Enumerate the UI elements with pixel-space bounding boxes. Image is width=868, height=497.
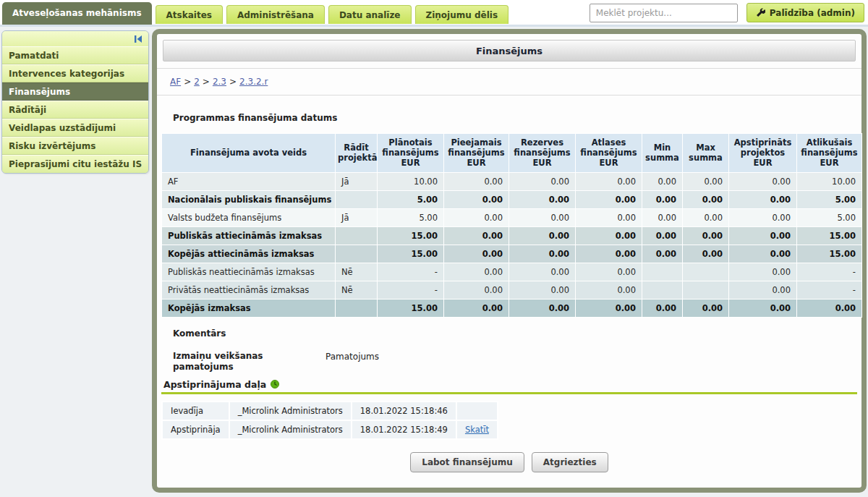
table-cell: Publiskās neattiecināmās izmaksas — [162, 263, 336, 281]
table-cell: 0.00 — [683, 208, 729, 226]
table-cell: - — [797, 281, 862, 299]
breadcrumb-link-2.3[interactable]: 2.3 — [213, 77, 226, 87]
table-cell: - — [378, 281, 444, 299]
table-cell — [642, 263, 683, 281]
table-cell: 0.00 — [642, 172, 683, 190]
main-tabs: Atveseļošanas mehānismsAtskaitesAdminist… — [2, 2, 509, 25]
table-row: Publiskās neattiecināmās izmaksasNē-0.00… — [162, 263, 862, 281]
table-cell: 0.00 — [509, 281, 576, 299]
table-cell: 15.00 — [797, 226, 862, 245]
help-button[interactable]: Palīdzība (admin) — [746, 3, 864, 22]
table-cell: 0.00 — [509, 226, 576, 245]
table-cell: 0.00 — [729, 299, 797, 317]
search-input[interactable] — [590, 4, 738, 22]
column-header: Min summa — [642, 133, 683, 172]
table-cell: Jā — [336, 208, 378, 226]
table-cell: 0.00 — [509, 190, 576, 208]
tab-ziņojumu-dēlis[interactable]: Ziņojumu dēlis — [415, 5, 509, 24]
table-cell: Kopējās izmaksas — [162, 299, 336, 317]
breadcrumb-link-2.3.2.r[interactable]: 2.3.2.r — [239, 77, 268, 87]
table-cell: 0.00 — [729, 226, 797, 245]
sidebar-item-intervences-kategorijas[interactable]: Intervences kategorijas — [2, 64, 148, 82]
table-cell: 0.00 — [444, 226, 509, 245]
table-cell: Valsts budžeta finansējums — [162, 208, 336, 226]
breadcrumb-separator: > — [229, 77, 237, 87]
table-cell: 0.00 — [729, 172, 797, 190]
table-cell: 5.00 — [378, 190, 444, 208]
breadcrumb-link-af[interactable]: AF — [170, 77, 181, 87]
approval-section-header: Apstiprinājuma daļa — [163, 379, 861, 390]
sidebar-item-rādītāji[interactable]: Rādītāji — [2, 101, 148, 119]
tab-datu-analīze[interactable]: Datu analīze — [328, 5, 412, 24]
sidebar-item-risku-izvērtējums[interactable]: Risku izvērtējums — [2, 137, 148, 155]
table-cell: 0.00 — [509, 172, 576, 190]
approval-row: Apstiprināja_Microlink Administrators18.… — [162, 420, 498, 439]
table-cell: 15.00 — [378, 245, 444, 263]
table-cell — [336, 226, 378, 245]
table-cell: 0.00 — [642, 208, 683, 226]
sidebar-header — [2, 31, 148, 46]
table-cell: 0.00 — [576, 208, 642, 226]
table-cell: 0.00 — [444, 299, 509, 317]
table-cell: 10.00 — [378, 172, 444, 190]
table-row: AFJā10.000.000.000.000.000.000.0010.00 — [162, 172, 862, 190]
approval-cell: _Microlink Administrators — [229, 402, 352, 420]
approval-link-cell: Skatīt — [456, 420, 498, 439]
column-header: Atlases finansējums EUR — [576, 133, 642, 172]
approval-cell: Ievadīja — [162, 402, 229, 420]
table-cell: 0.00 — [642, 226, 683, 245]
sidebar-item-pamatdati[interactable]: Pamatdati — [2, 46, 148, 64]
table-cell: AF — [162, 172, 336, 190]
table-cell: 0.00 — [729, 281, 797, 299]
approval-table: Ievadīja_Microlink Administrators18.01.2… — [161, 401, 498, 440]
comment-label: Komentārs — [173, 328, 861, 339]
table-cell: - — [378, 263, 444, 281]
table-cell — [336, 299, 378, 317]
column-header: Pieejamais finansējums EUR — [444, 133, 509, 172]
edit-financing-button[interactable]: Labot finansējumu — [410, 452, 524, 472]
approval-section-label: Apstiprinājuma daļa — [163, 379, 266, 390]
tab-atveseļošanas-mehānisms[interactable]: Atveseļošanas mehānisms — [2, 2, 152, 25]
table-cell: 0.00 — [444, 245, 509, 263]
table-cell: 15.00 — [378, 226, 444, 245]
table-row: Kopējās izmaksas15.000.000.000.000.000.0… — [162, 299, 862, 317]
approval-link-cell — [456, 402, 498, 420]
table-cell — [683, 281, 729, 299]
table-cell: 5.00 — [378, 208, 444, 226]
table-cell: 0.00 — [576, 172, 642, 190]
table-cell: Kopējās attiecināmās izmaksas — [162, 245, 336, 263]
column-header: Apstiprināts projektos EUR — [729, 133, 797, 172]
breadcrumb-separator: > — [184, 77, 191, 87]
column-header: Rezerves finansējums EUR — [509, 133, 576, 172]
back-button[interactable]: Atgriezties — [532, 452, 608, 472]
table-cell: 0.00 — [642, 299, 683, 317]
breadcrumb: AF>2>2.3>2.3.2.r — [157, 68, 861, 95]
tab-atskaites[interactable]: Atskaites — [156, 5, 223, 24]
table-cell: 15.00 — [797, 245, 862, 263]
skatit-link[interactable]: Skatīt — [465, 425, 489, 435]
table-cell: 0.00 — [683, 226, 729, 245]
change-justification-row: Izmaiņu veikšanas pamatojums Pamatojums — [173, 351, 861, 373]
financing-table-header-row: Finansējuma avota veidsRādīt projektāPlā… — [162, 133, 862, 172]
table-row: Valsts budžeta finansējumsJā5.000.000.00… — [162, 208, 862, 226]
collapse-left-icon[interactable] — [133, 35, 143, 43]
table-cell — [642, 281, 683, 299]
table-cell: 0.00 — [509, 299, 576, 317]
sidebar-item-finansējums[interactable]: Finansējums — [2, 82, 148, 101]
approval-cell: 18.01.2022 15:18:46 — [352, 402, 456, 420]
topbar-right: Palīdzība (admin) — [590, 3, 864, 22]
table-cell — [336, 190, 378, 208]
sidebar-item-pieprasījumi-citu-iestāžu-is[interactable]: Pieprasījumi citu iestāžu IS — [2, 155, 148, 173]
sidebar-item-veidlapas-uzstādījumi[interactable]: Veidlapas uzstādījumi — [2, 119, 148, 137]
table-cell: 0.00 — [576, 245, 642, 263]
table-cell: Publiskās attiecināmās izmaksas — [162, 226, 336, 245]
table-cell: 0.00 — [444, 281, 509, 299]
column-header: Rādīt projektā — [336, 133, 378, 172]
breadcrumb-link-2[interactable]: 2 — [194, 77, 200, 87]
tab-administrēšana[interactable]: Administrēšana — [226, 5, 325, 24]
approval-cell: 18.01.2022 15:18:49 — [352, 420, 456, 439]
table-cell: 0.00 — [683, 245, 729, 263]
table-cell: 5.00 — [797, 208, 862, 226]
table-cell: 0.00 — [576, 263, 642, 281]
table-cell: 0.00 — [683, 172, 729, 190]
